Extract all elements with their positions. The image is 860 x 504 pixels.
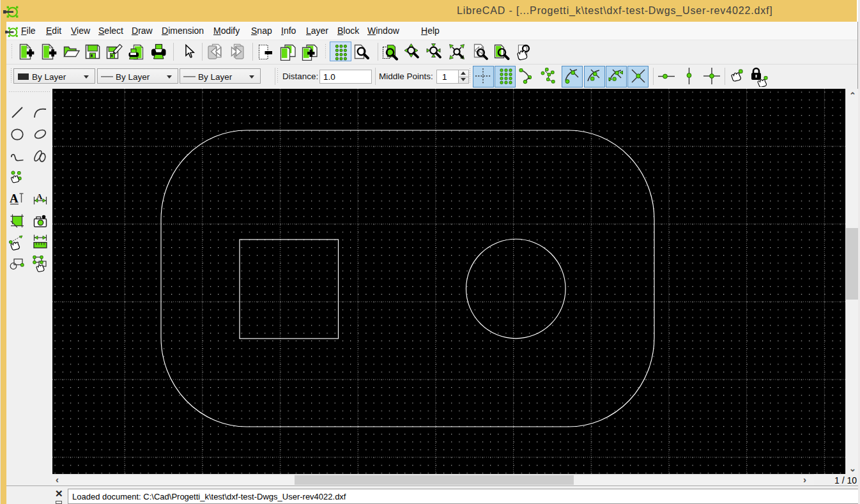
svg-text:A: A — [10, 192, 19, 205]
